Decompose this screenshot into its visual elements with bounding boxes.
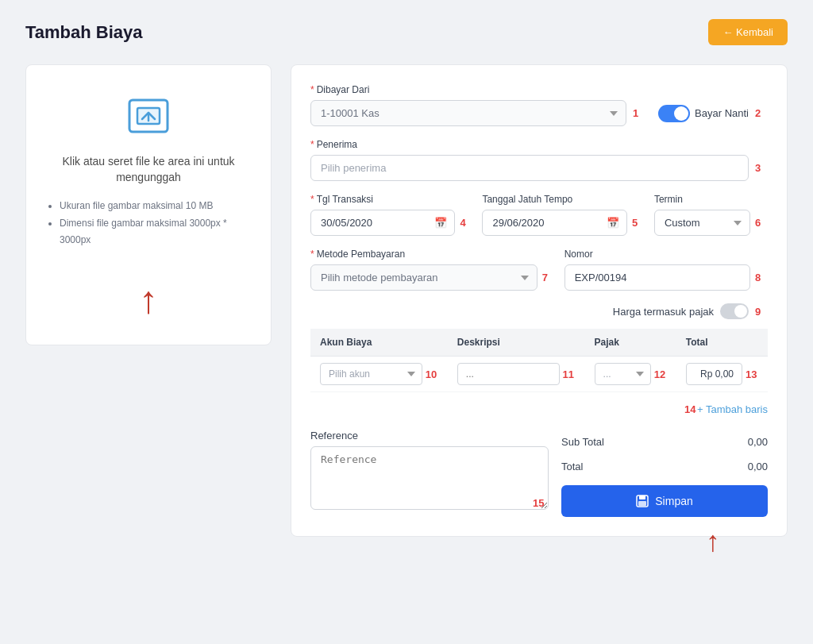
upload-hint-2: Dimensi file gambar maksimal 3000px * 30… [60,215,252,249]
termin-label: Termin [654,194,683,205]
total-label: Total [561,461,583,472]
upload-main-text: Klik atau seret file ke area ini untuk m… [45,154,252,185]
reference-label: Reference [310,430,549,442]
form-panel: * Dibayar Dari 1-10001 Kas 1 Bayar Nanti… [291,64,788,537]
badge-9: 9 [755,306,768,318]
badge-13: 13 [746,368,758,380]
badge-14: 14 [684,403,697,415]
tanggal-jatuh-tempo-label: Tanggal Jatuh Tempo [482,194,572,205]
badge-8: 8 [755,272,768,283]
upload-hint-1: Ukuran file gambar maksimal 10 MB [60,198,252,215]
reference-textarea[interactable] [310,446,549,510]
upload-arrow: ↑ [45,281,252,319]
badge-5: 5 [632,217,645,229]
harga-termasuk-pajak-toggle[interactable] [720,303,749,319]
tgl-transaksi-input[interactable] [310,210,455,236]
badge-7: 7 [542,272,555,283]
col-total: Total [676,329,768,357]
sub-total-value: 0,00 [748,436,768,448]
dibayar-dari-label: Dibayar Dari [317,84,370,95]
tanggal-jatuh-tempo-calendar-icon: 📅 [607,217,619,229]
add-row-button[interactable]: + Tambah baris [697,399,768,420]
simpan-arrow: ↑ [706,525,720,558]
badge-6: 6 [755,217,768,229]
badge-12: 12 [654,368,667,380]
svg-rect-4 [639,496,645,499]
page-title: Tambah Biaya [25,22,143,43]
harga-termasuk-pajak-label: Harga termasuk pajak [613,306,714,318]
badge-10: 10 [426,368,438,380]
metode-pembayaran-label: Metode Pembayaran [317,249,405,260]
badge-1: 1 [633,107,645,119]
penerima-label: Penerima [317,139,357,150]
sub-total-label: Sub Total [561,436,604,448]
expense-table: Akun Biaya Deskripsi Pajak Total Pilih a… [310,329,768,392]
total-input[interactable] [686,363,742,385]
upload-icon [123,91,174,141]
bayar-nanti-toggle[interactable]: Bayar Nanti [658,105,749,122]
kembali-button[interactable]: ← Kembali [708,19,788,45]
deskripsi-input[interactable] [457,363,560,385]
badge-11: 11 [563,368,576,380]
nomor-label: Nomor [564,249,593,260]
col-akun-biaya: Akun Biaya [310,329,448,357]
tgl-transaksi-label: Tgl Transaksi [317,194,373,205]
simpan-icon [636,495,649,507]
badge-15: 15 [533,497,545,509]
bayar-nanti-label: Bayar Nanti [695,107,749,119]
penerima-input[interactable] [310,155,749,181]
col-deskripsi: Deskripsi [448,329,585,357]
upload-panel[interactable]: Klik atau seret file ke area ini untuk m… [25,64,272,345]
badge-2: 2 [755,107,768,119]
svg-rect-5 [638,501,646,506]
termin-select[interactable]: Custom [654,210,750,236]
akun-biaya-select[interactable]: Pilih akun [320,363,422,385]
nomor-input[interactable] [564,264,750,291]
badge-4: 4 [460,217,472,229]
simpan-label: Simpan [655,495,692,507]
metode-pembayaran-select[interactable]: Pilih metode pembayaran [310,264,538,291]
total-value: 0,00 [748,461,768,472]
col-pajak: Pajak [585,329,676,357]
tanggal-jatuh-tempo-input[interactable] [482,210,626,236]
dibayar-dari-select[interactable]: 1-10001 Kas [310,100,626,126]
simpan-button[interactable]: Simpan [561,485,768,517]
table-row: Pilih akun 10 11 [310,357,768,392]
pajak-select[interactable]: ... [595,363,651,385]
badge-3: 3 [755,162,768,174]
tgl-transaksi-calendar-icon: 📅 [434,217,447,229]
